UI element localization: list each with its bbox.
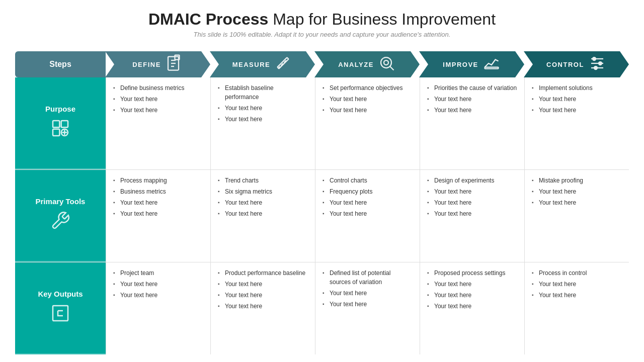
improve-icon — [482, 54, 501, 75]
list-item: Process in control — [532, 267, 622, 279]
improve-label: IMPROVE — [443, 61, 478, 68]
list-item: Establish baseline performance — [218, 82, 308, 103]
list-item: Project team — [113, 267, 203, 279]
header-row: Steps DEFINE MEASURE ANALYZE IMPROVE CON… — [15, 51, 629, 77]
list-item: Your text here — [323, 208, 413, 219]
svg-rect-21 — [53, 129, 59, 135]
list-item: Your text here — [218, 197, 308, 208]
primary-tools-icon — [50, 211, 70, 234]
control-icon — [588, 54, 606, 75]
svg-rect-20 — [61, 121, 68, 127]
list-item: Your text here — [532, 279, 622, 290]
list-item: Your text here — [427, 301, 517, 312]
list-item: Product performance baseline — [218, 267, 308, 279]
cell-primary-tools-improve: Design of experimentsYour text hereYour … — [420, 170, 524, 262]
row-header-primary-tools: Primary Tools — [15, 170, 106, 262]
steps-header: Steps — [15, 51, 106, 77]
list-item: Frequency plots — [323, 186, 413, 197]
svg-point-17 — [599, 62, 602, 65]
svg-point-16 — [593, 57, 596, 60]
arrow-improve: IMPROVE — [419, 51, 524, 77]
list-item: Your text here — [532, 186, 622, 197]
row-purpose: Purpose Define business metricsYour text… — [15, 77, 629, 170]
cell-key-outputs-analyze: Defined list of potential sources of var… — [315, 262, 420, 354]
list-item: Your text here — [532, 105, 622, 116]
cell-key-outputs-measure: Product performance baselineYour text he… — [210, 262, 315, 354]
list-item: Your text here — [323, 94, 413, 105]
list-item: Your text here — [218, 301, 308, 312]
key-outputs-icon — [50, 303, 70, 327]
cell-purpose-analyze: Set performance objectivesYour text here… — [315, 77, 420, 169]
svg-rect-19 — [53, 121, 59, 127]
row-label-purpose: Purpose — [45, 105, 75, 113]
svg-point-18 — [594, 66, 597, 69]
list-item: Trend charts — [218, 175, 308, 186]
page-subtitle: This slide is 100% editable. Adapt it to… — [15, 31, 629, 38]
data-rows: Purpose Define business metricsYour text… — [15, 77, 629, 354]
cell-primary-tools-measure: Trend chartsSix sigma metricsYour text h… — [210, 170, 315, 262]
row-label-primary-tools: Primary Tools — [36, 197, 86, 206]
arrow-analyze: ANALYZE — [314, 51, 420, 77]
list-item: Priorities the cause of variation — [427, 82, 517, 94]
cell-primary-tools-analyze: Control chartsFrequency plotsYour text h… — [315, 170, 420, 262]
arrow-define: DEFINE — [105, 51, 210, 77]
control-label: CONTROL — [546, 61, 584, 68]
list-item: Your text here — [532, 197, 622, 208]
define-label: DEFINE — [132, 61, 161, 68]
row-key-outputs: Key Outputs Project teamYour text hereYo… — [15, 262, 629, 354]
row-primary-tools: Primary Tools Process mappingBusiness me… — [15, 170, 629, 262]
list-item: Six sigma metrics — [218, 186, 308, 197]
analyze-label: ANALYZE — [338, 61, 374, 68]
list-item: Control charts — [323, 175, 413, 186]
list-item: Your text here — [218, 208, 308, 219]
list-item: Your text here — [323, 197, 413, 208]
list-item: Design of experiments — [427, 175, 517, 186]
list-item: Your text here — [218, 290, 308, 301]
svg-rect-12 — [485, 67, 498, 68]
list-item: Your text here — [323, 288, 413, 299]
svg-rect-25 — [53, 306, 68, 321]
list-item: Your text here — [427, 105, 517, 116]
list-item: Your text here — [532, 94, 622, 105]
list-item: Business metrics — [113, 186, 203, 197]
list-item: Your text here — [218, 114, 308, 125]
measure-label: MEASURE — [232, 61, 271, 68]
page-title: DMAIC Process Map for Business Improveme… — [15, 10, 629, 29]
list-item: Proposed process settings — [427, 267, 517, 279]
cell-primary-tools-define: Process mappingBusiness metricsYour text… — [106, 170, 210, 262]
row-header-purpose: Purpose — [15, 77, 106, 169]
analyze-icon — [378, 54, 396, 75]
list-item: Your text here — [323, 105, 413, 116]
list-item: Set performance objectives — [323, 82, 413, 94]
purpose-icon — [50, 118, 70, 142]
cell-key-outputs-improve: Proposed process settingsYour text hereY… — [420, 262, 524, 354]
arrow-control: CONTROL — [524, 51, 629, 77]
list-item: Your text here — [218, 279, 308, 290]
list-item: Your text here — [427, 197, 517, 208]
cell-purpose-control: Implement solutionsYour text hereYour te… — [524, 77, 629, 169]
svg-point-11 — [384, 60, 388, 65]
cell-purpose-measure: Establish baseline performanceYour text … — [210, 77, 315, 169]
list-item: Your text here — [113, 208, 203, 219]
list-item: Your text here — [113, 290, 203, 301]
list-item: Your text here — [113, 197, 203, 208]
list-item: Mistake proofing — [532, 175, 622, 186]
list-item: Define business metrics — [113, 82, 203, 94]
list-item: Your text here — [113, 279, 203, 290]
arrow-measure: MEASURE — [210, 51, 315, 77]
cell-key-outputs-define: Project teamYour text hereYour text here — [106, 262, 210, 354]
cell-purpose-improve: Priorities the cause of variationYour te… — [420, 77, 524, 169]
cell-key-outputs-control: Process in controlYour text hereYour tex… — [524, 262, 629, 354]
dmaic-table: Steps DEFINE MEASURE ANALYZE IMPROVE CON… — [15, 51, 629, 354]
page-header: DMAIC Process Map for Business Improveme… — [15, 10, 629, 38]
row-header-key-outputs: Key Outputs — [15, 262, 106, 354]
list-item: Your text here — [427, 279, 517, 290]
list-item: Your text here — [427, 208, 517, 219]
list-item: Your text here — [427, 186, 517, 197]
list-item: Process mapping — [113, 175, 203, 186]
row-label-key-outputs: Key Outputs — [38, 290, 83, 298]
measure-icon — [274, 54, 292, 75]
list-item: Your text here — [532, 290, 622, 301]
list-item: Your text here — [323, 299, 413, 310]
list-item: Your text here — [218, 103, 308, 114]
